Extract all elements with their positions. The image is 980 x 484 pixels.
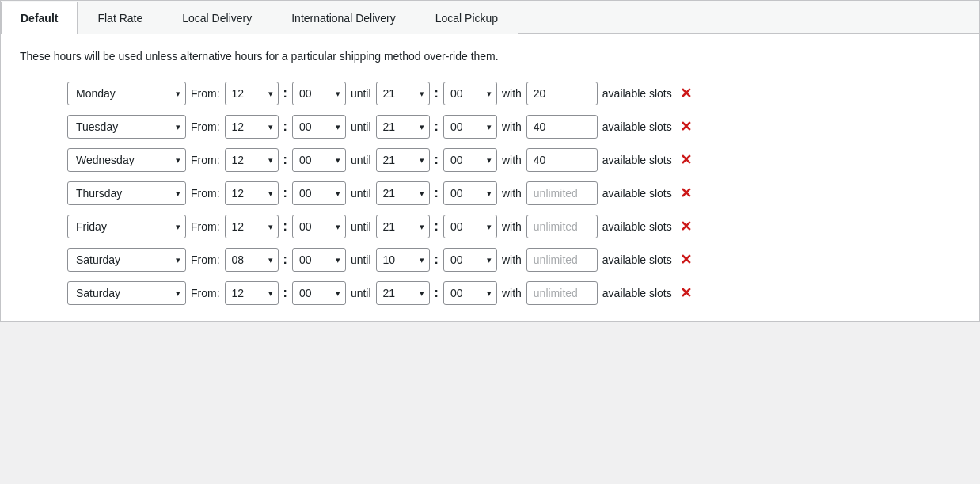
with-label: with [502, 220, 522, 233]
slots-input[interactable] [526, 281, 598, 305]
remove-row-button[interactable]: ✕ [677, 120, 695, 134]
tab-local-delivery[interactable]: Local Delivery [162, 2, 272, 34]
day-select[interactable]: MondayTuesdayWednesdayThursdayFridaySatu… [67, 115, 186, 139]
available-slots-label: available slots [602, 87, 672, 100]
from-hour-select[interactable]: 0001020304050607080910111213141516171819… [225, 248, 279, 272]
slots-input[interactable] [526, 148, 598, 172]
slots-input[interactable] [526, 248, 598, 272]
from-min-select[interactable]: 00153045 [292, 281, 346, 305]
tab-flat-rate[interactable]: Flat Rate [78, 2, 162, 34]
from-hour-select[interactable]: 0001020304050607080910111213141516171819… [225, 215, 279, 238]
colon-separator: : [435, 153, 439, 167]
until-label: until [351, 253, 371, 266]
until-min-select[interactable]: 00153045 [443, 215, 497, 238]
schedule-row: MondayTuesdayWednesdayThursdayFridaySatu… [67, 215, 960, 238]
tab-local-pickup[interactable]: Local Pickup [416, 2, 518, 34]
colon-separator: : [283, 120, 287, 134]
description-text: These hours will be used unless alternat… [20, 50, 960, 63]
from-hour-select[interactable]: 0001020304050607080910111213141516171819… [225, 148, 279, 172]
until-min-select[interactable]: 00153045 [443, 281, 497, 305]
until-label: until [351, 154, 371, 166]
schedule-row: MondayTuesdayWednesdayThursdayFridaySatu… [67, 181, 960, 205]
colon-separator: : [435, 120, 439, 134]
schedule-row: MondayTuesdayWednesdayThursdayFridaySatu… [67, 281, 960, 305]
slots-input[interactable] [526, 115, 598, 139]
until-label: until [351, 287, 371, 299]
colon-separator: : [435, 186, 439, 200]
tab-default[interactable]: Default [1, 2, 78, 34]
day-select[interactable]: MondayTuesdayWednesdayThursdayFridaySatu… [67, 248, 186, 272]
remove-row-button[interactable]: ✕ [677, 253, 695, 267]
from-hour-select[interactable]: 0001020304050607080910111213141516171819… [225, 181, 279, 205]
available-slots-label: available slots [602, 120, 672, 133]
until-min-select[interactable]: 00153045 [443, 82, 497, 105]
remove-row-button[interactable]: ✕ [677, 286, 695, 300]
slots-input[interactable] [526, 215, 598, 238]
remove-row-button[interactable]: ✕ [677, 86, 695, 101]
until-hour-select[interactable]: 0001020304050607080910111213141516171819… [376, 148, 430, 172]
from-label: From: [191, 120, 220, 133]
colon-separator: : [283, 86, 287, 101]
until-hour-select[interactable]: 0001020304050607080910111213141516171819… [376, 115, 430, 139]
until-hour-select[interactable]: 0001020304050607080910111213141516171819… [376, 281, 430, 305]
from-label: From: [191, 220, 220, 233]
until-hour-select[interactable]: 0001020304050607080910111213141516171819… [376, 82, 430, 105]
schedule-row: MondayTuesdayWednesdayThursdayFridaySatu… [67, 148, 960, 172]
day-select[interactable]: MondayTuesdayWednesdayThursdayFridaySatu… [67, 181, 186, 205]
with-label: with [502, 287, 522, 299]
slots-input[interactable] [526, 181, 598, 205]
until-hour-select[interactable]: 0001020304050607080910111213141516171819… [376, 181, 430, 205]
colon-separator: : [435, 219, 439, 234]
schedule-rows: MondayTuesdayWednesdayThursdayFridaySatu… [20, 82, 960, 305]
with-label: with [502, 154, 522, 166]
from-label: From: [191, 253, 220, 266]
until-min-select[interactable]: 00153045 [443, 248, 497, 272]
with-label: with [502, 120, 522, 133]
from-min-select[interactable]: 00153045 [292, 82, 346, 105]
colon-separator: : [283, 286, 287, 300]
available-slots-label: available slots [602, 220, 672, 233]
until-hour-select[interactable]: 0001020304050607080910111213141516171819… [376, 248, 430, 272]
colon-separator: : [283, 253, 287, 267]
from-min-select[interactable]: 00153045 [292, 115, 346, 139]
remove-row-button[interactable]: ✕ [677, 186, 695, 200]
day-select[interactable]: MondayTuesdayWednesdayThursdayFridaySatu… [67, 281, 186, 305]
colon-separator: : [435, 253, 439, 267]
from-label: From: [191, 154, 220, 166]
with-label: with [502, 253, 522, 266]
until-label: until [351, 187, 371, 200]
until-label: until [351, 120, 371, 133]
from-hour-select[interactable]: 0001020304050607080910111213141516171819… [225, 115, 279, 139]
tab-international-delivery[interactable]: International Delivery [272, 2, 416, 34]
with-label: with [502, 187, 522, 200]
remove-row-button[interactable]: ✕ [677, 153, 695, 167]
with-label: with [502, 87, 522, 100]
from-label: From: [191, 87, 220, 100]
day-select[interactable]: MondayTuesdayWednesdayThursdayFridaySatu… [67, 148, 186, 172]
from-min-select[interactable]: 00153045 [292, 248, 346, 272]
slots-input[interactable] [526, 82, 598, 105]
available-slots-label: available slots [602, 253, 672, 266]
until-min-select[interactable]: 00153045 [443, 181, 497, 205]
day-select[interactable]: MondayTuesdayWednesdayThursdayFridaySatu… [67, 215, 186, 238]
available-slots-label: available slots [602, 154, 672, 166]
until-min-select[interactable]: 00153045 [443, 148, 497, 172]
from-min-select[interactable]: 00153045 [292, 148, 346, 172]
colon-separator: : [435, 86, 439, 101]
schedule-row: MondayTuesdayWednesdayThursdayFridaySatu… [67, 115, 960, 139]
from-hour-select[interactable]: 0001020304050607080910111213141516171819… [225, 82, 279, 105]
from-min-select[interactable]: 00153045 [292, 181, 346, 205]
from-label: From: [191, 187, 220, 200]
day-select[interactable]: MondayTuesdayWednesdayThursdayFridaySatu… [67, 82, 186, 105]
colon-separator: : [283, 153, 287, 167]
from-hour-select[interactable]: 0001020304050607080910111213141516171819… [225, 281, 279, 305]
from-min-select[interactable]: 00153045 [292, 215, 346, 238]
tabs-bar: DefaultFlat RateLocal DeliveryInternatio… [1, 1, 979, 34]
until-hour-select[interactable]: 0001020304050607080910111213141516171819… [376, 215, 430, 238]
until-label: until [351, 87, 371, 100]
until-min-select[interactable]: 00153045 [443, 115, 497, 139]
colon-separator: : [283, 186, 287, 200]
remove-row-button[interactable]: ✕ [677, 219, 695, 234]
colon-separator: : [283, 219, 287, 234]
from-label: From: [191, 287, 220, 299]
